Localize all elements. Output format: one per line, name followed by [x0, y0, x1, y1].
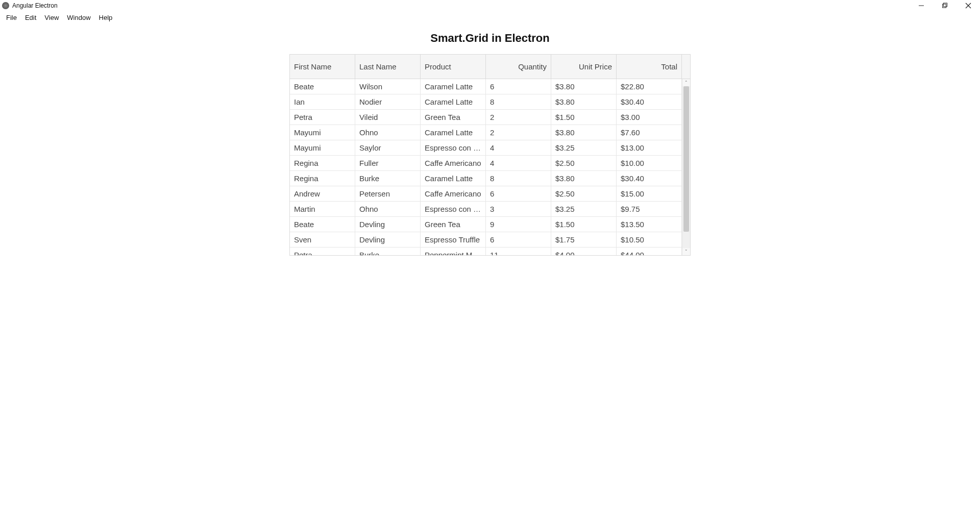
table-row[interactable]: AndrewPetersenCaffe Americano6$2.50$15.0… [290, 186, 682, 202]
table-row[interactable]: SvenDevlingEspresso Truffle6$1.75$10.50 [290, 232, 682, 248]
cell-last-name: Nodier [355, 94, 421, 109]
cell-product: Espresso con Panna [421, 202, 486, 216]
window-controls [910, 0, 980, 11]
close-icon [965, 3, 971, 9]
cell-unit-price: $1.50 [551, 217, 617, 232]
blank-space [0, 256, 980, 517]
cell-unit-price: $4.00 [551, 248, 617, 255]
menu-view[interactable]: View [40, 13, 63, 22]
cell-quantity: 11 [486, 248, 551, 255]
table-row[interactable]: PetraBurkePeppermint Mocha Twist11$4.00$… [290, 248, 682, 255]
cell-quantity: 4 [486, 140, 551, 155]
cell-unit-price: $1.50 [551, 110, 617, 125]
cell-total: $15.00 [617, 186, 682, 201]
table-row[interactable]: ReginaFullerCaffe Americano4$2.50$10.00 [290, 156, 682, 171]
table-row[interactable]: BeateWilsonCaramel Latte6$3.80$22.80 [290, 79, 682, 94]
cell-last-name: Wilson [355, 79, 421, 94]
table-row[interactable]: ReginaBurkeCaramel Latte8$3.80$30.40 [290, 171, 682, 186]
cell-first-name: Mayumi [290, 140, 355, 155]
window-title: Angular Electron [12, 2, 58, 9]
minimize-button[interactable] [910, 0, 933, 11]
col-header-product[interactable]: Product [421, 55, 486, 79]
cell-total: $9.75 [617, 202, 682, 216]
grid-rows-container: BeateWilsonCaramel Latte6$3.80$22.80IanN… [290, 79, 682, 255]
grid-header-row: First Name Last Name Product Quantity Un… [290, 55, 690, 79]
app-icon [2, 2, 9, 9]
menu-edit[interactable]: Edit [21, 13, 40, 22]
col-header-unit-price[interactable]: Unit Price [551, 55, 617, 79]
close-button[interactable] [957, 0, 980, 11]
cell-unit-price: $3.80 [551, 171, 617, 186]
cell-product: Caramel Latte [421, 125, 486, 140]
cell-last-name: Vileid [355, 110, 421, 125]
menu-help[interactable]: Help [95, 13, 117, 22]
cell-unit-price: $3.25 [551, 140, 617, 155]
svg-rect-1 [943, 4, 946, 8]
scroll-up-arrow-icon[interactable]: ˄ [682, 79, 690, 86]
cell-unit-price: $3.80 [551, 125, 617, 140]
col-header-quantity[interactable]: Quantity [486, 55, 551, 79]
cell-total: $44.00 [617, 248, 682, 255]
cell-unit-price: $2.50 [551, 186, 617, 201]
cell-last-name: Burke [355, 171, 421, 186]
cell-product: Caramel Latte [421, 79, 486, 94]
cell-first-name: Mayumi [290, 125, 355, 140]
cell-unit-price: $3.80 [551, 94, 617, 109]
cell-last-name: Burke [355, 248, 421, 255]
table-row[interactable]: MayumiOhnoCaramel Latte2$3.80$7.60 [290, 125, 682, 140]
cell-first-name: Martin [290, 202, 355, 216]
table-row[interactable]: PetraVileidGreen Tea2$1.50$3.00 [290, 110, 682, 125]
col-header-total[interactable]: Total [617, 55, 682, 79]
cell-quantity: 4 [486, 156, 551, 170]
cell-quantity: 8 [486, 171, 551, 186]
cell-first-name: Ian [290, 94, 355, 109]
cell-total: $10.50 [617, 232, 682, 247]
page-title: Smart.Grid in Electron [0, 32, 980, 45]
cell-total: $22.80 [617, 79, 682, 94]
cell-total: $13.50 [617, 217, 682, 232]
cell-quantity: 6 [486, 232, 551, 247]
cell-unit-price: $3.80 [551, 79, 617, 94]
cell-total: $7.60 [617, 125, 682, 140]
cell-first-name: Sven [290, 232, 355, 247]
col-header-last-name[interactable]: Last Name [355, 55, 421, 79]
table-row[interactable]: IanNodierCaramel Latte8$3.80$30.40 [290, 94, 682, 110]
cell-first-name: Regina [290, 171, 355, 186]
cell-last-name: Devling [355, 217, 421, 232]
col-header-first-name[interactable]: First Name [290, 55, 355, 79]
cell-quantity: 2 [486, 110, 551, 125]
menu-window[interactable]: Window [63, 13, 94, 22]
cell-last-name: Fuller [355, 156, 421, 170]
cell-total: $13.00 [617, 140, 682, 155]
cell-quantity: 8 [486, 94, 551, 109]
cell-quantity: 6 [486, 79, 551, 94]
cell-first-name: Andrew [290, 186, 355, 201]
cell-product: Espresso Truffle [421, 232, 486, 247]
cell-product: Green Tea [421, 110, 486, 125]
minimize-icon [918, 3, 924, 9]
cell-quantity: 6 [486, 186, 551, 201]
cell-last-name: Ohno [355, 202, 421, 216]
scroll-down-arrow-icon[interactable]: ˅ [682, 248, 690, 255]
cell-first-name: Beate [290, 79, 355, 94]
table-row[interactable]: BeateDevlingGreen Tea9$1.50$13.50 [290, 217, 682, 232]
menu-file[interactable]: File [2, 13, 21, 22]
cell-product: Caramel Latte [421, 94, 486, 109]
cell-unit-price: $2.50 [551, 156, 617, 170]
scrollbar-track[interactable] [682, 86, 690, 248]
maximize-button[interactable] [933, 0, 957, 11]
cell-total: $30.40 [617, 94, 682, 109]
cell-unit-price: $3.25 [551, 202, 617, 216]
cell-product: Caramel Latte [421, 171, 486, 186]
table-row[interactable]: MartinOhnoEspresso con Panna3$3.25$9.75 [290, 202, 682, 217]
scrollbar-thumb[interactable] [683, 86, 689, 232]
cell-first-name: Petra [290, 110, 355, 125]
titlebar: Angular Electron [0, 0, 980, 11]
cell-product: Espresso con Panna [421, 140, 486, 155]
cell-first-name: Regina [290, 156, 355, 170]
table-row[interactable]: MayumiSaylorEspresso con Panna4$3.25$13.… [290, 140, 682, 156]
cell-product: Peppermint Mocha Twist [421, 248, 486, 255]
content-viewport[interactable]: Smart.Grid in Electron First Name Last N… [0, 23, 980, 517]
grid-vertical-scrollbar[interactable]: ˄ ˅ [682, 79, 690, 255]
cell-total: $30.40 [617, 171, 682, 186]
